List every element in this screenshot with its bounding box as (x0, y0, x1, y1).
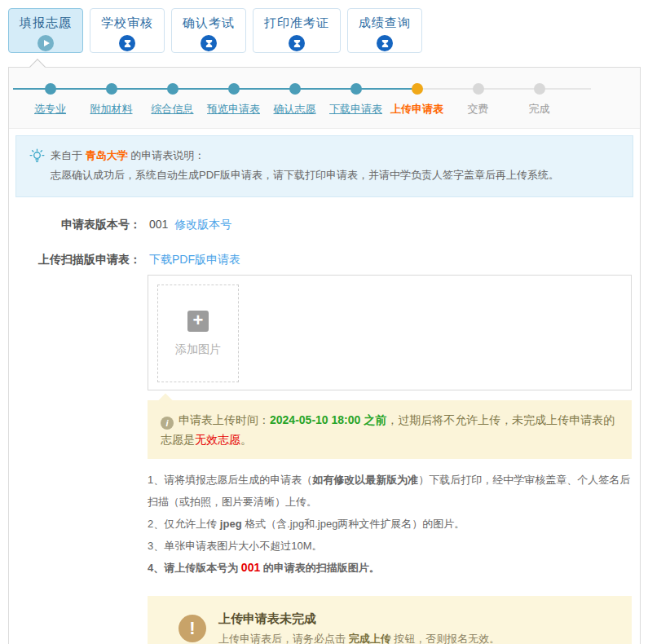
upload-label: 上传扫描版申请表： (9, 251, 141, 267)
step-dot (106, 83, 117, 95)
hourglass-icon (201, 35, 217, 51)
warning-notch (159, 394, 173, 408)
invalid-text: 无效志愿 (195, 433, 240, 446)
tab-label: 学校审核 (101, 15, 153, 31)
notice-title: 来自于 青岛大学 的申请表说明： (51, 146, 205, 165)
school-name: 青岛大学 (86, 149, 128, 161)
progress-stepper: 选专业 附加材料 综合信息 预览申请表 确认志愿 下载申请表 上传申请表 交费 (9, 68, 640, 129)
version-label: 申请表版本号： (9, 216, 141, 232)
upload-instructions: 1、请将填报志愿后生成的申请表（如有修改以最新版为准）下载后打印，经中学审核盖章… (148, 469, 632, 579)
step-dot (473, 83, 484, 95)
hourglass-icon (289, 35, 305, 51)
step-choose-major[interactable]: 选专业 (20, 83, 81, 117)
hourglass-icon (377, 35, 393, 51)
tab-score-inquiry[interactable]: 成绩查询 (347, 8, 422, 53)
exclamation-icon: ! (179, 615, 206, 642)
instruction-1: 1、请将填报志愿后生成的申请表（如有修改以最新版为准）下载后打印，经中学审核盖章… (148, 469, 632, 513)
step-dot (350, 83, 362, 95)
step-additional-materials[interactable]: 附加材料 (81, 83, 142, 117)
tab-label: 成绩查询 (359, 15, 411, 31)
step-preview-form[interactable]: 预览申请表 (203, 83, 264, 117)
tab-label: 确认考试 (183, 15, 235, 31)
step-dot (45, 83, 56, 95)
school-notice-box: 来自于 青岛大学 的申请表说明： 志愿确认成功后，系统自动生成PDF版申请表，请… (15, 135, 633, 197)
notice-body: 志愿确认成功后，系统自动生成PDF版申请表，请下载打印申请表，并请中学负责人签字… (29, 165, 619, 185)
lightbulb-icon (29, 148, 45, 164)
alert-title: 上传申请表未完成 (218, 610, 500, 628)
hourglass-icon (119, 35, 135, 51)
plus-icon: + (187, 311, 209, 332)
step-download-form[interactable]: 下载申请表 (325, 83, 386, 117)
step-dot-current (412, 83, 423, 95)
tab-fill-application[interactable]: 填报志愿 (8, 8, 83, 53)
step-finish: 完成 (509, 83, 570, 117)
step-dot (228, 83, 240, 95)
step-dot (167, 83, 179, 95)
instruction-4: 4、请上传版本号为 001 的申请表的扫描版图片。 (148, 557, 632, 579)
tab-label: 打印准考证 (264, 15, 329, 31)
modify-version-link[interactable]: 修改版本号 (174, 216, 231, 232)
step-confirm-application[interactable]: 确认志愿 (264, 83, 325, 117)
tab-school-review[interactable]: 学校审核 (90, 8, 165, 53)
incomplete-alert-box: ! 上传申请表未完成 上传申请表后，请务必点击 完成上传 按钮，否则报名无效。 (148, 596, 632, 644)
main-panel: 选专业 附加材料 综合信息 预览申请表 确认志愿 下载申请表 上传申请表 交费 (8, 67, 641, 644)
tab-print-admission-ticket[interactable]: 打印准考证 (253, 8, 341, 53)
instruction-2: 2、仅允许上传 jpeg 格式（含.jpg和.jpeg两种文件扩展名）的图片。 (148, 513, 632, 535)
tab-confirm-exam[interactable]: 确认考试 (171, 8, 246, 53)
add-image-label: 添加图片 (175, 342, 221, 357)
step-payment: 交费 (447, 83, 509, 117)
play-circle-icon (37, 35, 54, 51)
download-pdf-link[interactable]: 下载PDF版申请表 (149, 251, 240, 267)
top-tabs: 填报志愿 学校审核 确认考试 打印准考证 成绩查询 (8, 8, 422, 53)
step-upload-form: 上传申请表 (386, 83, 447, 117)
step-dot (289, 83, 301, 95)
version-value: 001 (149, 216, 168, 232)
deadline-warning-box: i申请表上传时间：2024-05-10 18:00 之前，过期后将不允许上传，未… (148, 400, 632, 459)
step-comprehensive-info[interactable]: 综合信息 (142, 83, 203, 117)
instruction-3: 3、单张申请表图片大小不超过10M。 (148, 535, 632, 557)
deadline-datetime: 2024-05-10 18:00 之前 (270, 413, 386, 426)
info-icon: i (161, 417, 174, 430)
upload-row: 上传扫描版申请表： 下载PDF版申请表 (9, 251, 640, 267)
step-dot (534, 83, 545, 95)
tab-label: 填报志愿 (20, 15, 72, 31)
version-row: 申请表版本号： 001 修改版本号 (9, 216, 640, 232)
add-image-button[interactable]: + 添加图片 (157, 285, 239, 382)
upload-area: + 添加图片 (148, 275, 632, 390)
version-number-red: 001 (241, 561, 260, 574)
alert-body: 上传申请表后，请务必点击 完成上传 按钮，否则报名无效。 (218, 632, 500, 644)
